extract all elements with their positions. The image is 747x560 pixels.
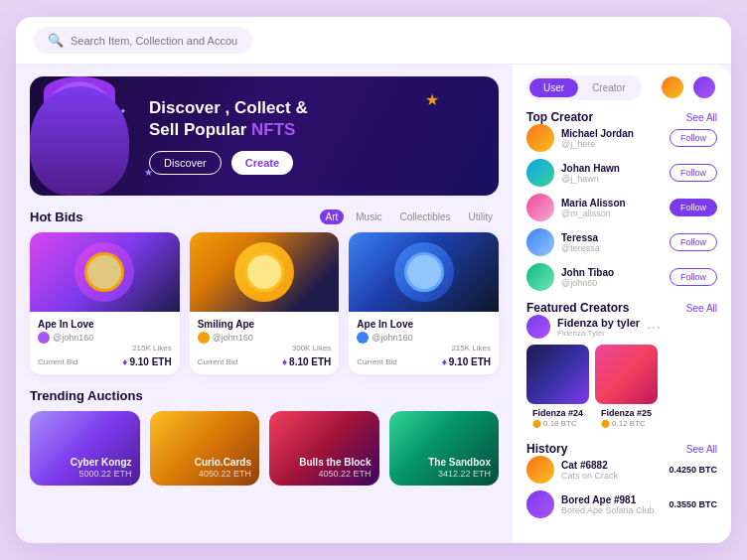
history-item-2: Bored Ape #981 Bored Ape Solana Club 0.3… — [526, 490, 717, 518]
tab-art[interactable]: Art — [320, 210, 345, 224]
nft-card-1[interactable]: Ape In Love @john160 215K Likes Current … — [30, 232, 180, 374]
creator-name-4: Teressa — [561, 232, 663, 243]
nft-card-1-user: @john160 — [38, 332, 172, 344]
top-creator-section: Top Creator See All Michael Jordan @j_he… — [526, 110, 717, 291]
creator-info-3: Maria Alisson @m_alisson — [561, 198, 663, 218]
search-bar[interactable]: 🔍 — [34, 27, 252, 54]
trending-card-3-title: Bulls the Block — [299, 457, 371, 469]
star-icon-2: ★ — [144, 167, 153, 178]
history-sub-2: Bored Ape Solana Club — [561, 505, 662, 515]
follow-btn-2[interactable]: Follow — [670, 164, 717, 182]
history-avatar-2 — [526, 490, 554, 518]
trending-card-2-price: 4050.22 ETH — [199, 469, 251, 479]
creator-item-1: Michael Jordan @j_here Follow — [526, 124, 717, 152]
trending-card-1-bg: Cyber Kongz 5000.22 ETH — [30, 411, 140, 486]
creator-name-5: John Tibao — [561, 267, 663, 278]
history-info-1: Cat #6882 Cats on Crack — [561, 460, 662, 481]
trending-card-3-price: 4050.22 ETH — [318, 469, 371, 479]
hero-ape-image — [30, 76, 139, 196]
main-content: ★ ★ ✦ Discover , Collect & Sell Popular … — [16, 65, 731, 543]
tab-music[interactable]: Music — [350, 210, 387, 224]
star-icon-1: ★ — [425, 90, 439, 109]
creator-info-1: Michael Jordan @j_here — [561, 128, 663, 149]
trending-card-1-price: 5000.22 ETH — [78, 469, 131, 479]
tab-collectibles[interactable]: Collectibles — [393, 210, 456, 224]
creator-handle-1: @j_here — [561, 139, 663, 149]
trending-card-2-title: Curio.Cards — [195, 457, 251, 469]
history-avatar-1 — [526, 456, 554, 484]
nft-card-2-name: Smiling Ape — [198, 319, 332, 330]
tab-utility[interactable]: Utility — [463, 210, 499, 224]
nft-card-2-bid: Current Bid ♦ 8.10 ETH — [198, 356, 332, 367]
creator-handle-2: @j_hawn — [561, 174, 663, 184]
hero-banner: ★ ★ ✦ Discover , Collect & Sell Popular … — [30, 76, 499, 196]
tab-creator[interactable]: Creator — [578, 78, 639, 97]
nft-card-3-name: Ape In Love — [357, 319, 491, 330]
creator-handle-5: @john60 — [561, 278, 663, 288]
nft-card-2-info: Smiling Ape @john160 300K Likes Current … — [190, 312, 340, 374]
follow-btn-3[interactable]: Follow — [670, 199, 717, 216]
discover-button[interactable]: Discover — [149, 151, 222, 175]
nft-card-3-user: @john160 — [357, 332, 491, 344]
nft-card-3-info: Ape In Love @john160 215K Likes Current … — [349, 312, 499, 374]
trending-card-1[interactable]: Cyber Kongz 5000.22 ETH — [30, 411, 140, 486]
featured-card-2[interactable]: Fidenza #25 ⬤ 0.12 BTC — [595, 345, 658, 432]
creator-item-2: Johan Hawn @j_hawn Follow — [526, 159, 717, 187]
header: 🔍 — [16, 17, 731, 65]
trending-card-3[interactable]: Bulls the Block 4050.22 ETH — [269, 411, 379, 486]
top-creator-title: Top Creator — [526, 110, 593, 124]
creator-info-2: Johan Hawn @j_hawn — [561, 163, 663, 184]
follow-btn-1[interactable]: Follow — [670, 129, 717, 147]
follow-btn-4[interactable]: Follow — [670, 233, 717, 251]
history-name-2: Bored Ape #981 — [561, 494, 662, 505]
user-creator-tabs: User Creator — [526, 75, 642, 100]
nft-card-1-image — [30, 232, 180, 312]
nft-card-3[interactable]: Ape In Love @john160 215K Likes Current … — [349, 232, 499, 374]
history-price-2: 0.3550 BTC — [669, 499, 717, 509]
tab-user[interactable]: User — [529, 78, 578, 97]
trending-card-2[interactable]: Curio.Cards 4050.22 ETH — [150, 411, 260, 486]
creator-item-4: Teressa @teressa Follow — [526, 228, 717, 256]
right-top-row: User Creator — [526, 74, 717, 100]
featured-header: Featured Creators See All — [526, 301, 717, 315]
nft-card-2[interactable]: Smiling Ape @john160 300K Likes Current … — [190, 232, 340, 374]
featured-creators-section: Featured Creators See All Fidenza by tyl… — [526, 301, 717, 432]
nft-card-3-image — [349, 232, 499, 312]
nft-card-3-bid: Current Bid ♦ 9.10 ETH — [357, 356, 491, 367]
featured-card-1-image — [526, 345, 589, 404]
top-creator-see-all[interactable]: See All — [686, 112, 717, 123]
history-section: History See All Cat #6882 Cats on Crack … — [526, 442, 717, 525]
trending-card-2-bg: Curio.Cards 4050.22 ETH — [150, 411, 260, 486]
trending-card-4-bg: The Sandbox 3412.22 ETH — [389, 411, 500, 486]
creator-name-2: Johan Hawn — [561, 163, 663, 174]
avatar-1 — [660, 74, 685, 100]
avatar-2 — [691, 74, 717, 100]
nft-card-2-user: @john160 — [198, 332, 332, 344]
featured-card-1-info: Fidenza #24 ⬤ 0.18 BTC — [526, 404, 589, 432]
creator-handle-3: @m_alisson — [561, 209, 663, 218]
creator-list: Michael Jordan @j_here Follow Johan Hawn… — [526, 124, 717, 291]
hero-actions: Discover Create — [149, 151, 477, 175]
trending-card-4-title: The Sandbox — [428, 457, 491, 469]
trending-title: Trending Auctions — [30, 388, 143, 403]
featured-card-1[interactable]: Fidenza #24 ⬤ 0.18 BTC — [526, 345, 589, 432]
nft-card-1-info: Ape In Love @john160 215K Likes Current … — [30, 312, 180, 374]
nft-card-2-image — [190, 232, 340, 312]
creator-avatar-1 — [526, 124, 554, 152]
more-button[interactable]: ··· — [647, 319, 662, 335]
create-button[interactable]: Create — [231, 151, 293, 175]
history-title: History — [526, 442, 567, 456]
creator-avatar-2 — [526, 159, 554, 187]
avatars-row — [660, 74, 717, 100]
featured-see-all[interactable]: See All — [686, 303, 717, 314]
creator-avatar-4 — [526, 228, 554, 256]
creator-name-1: Michael Jordan — [561, 128, 663, 139]
search-input[interactable] — [71, 35, 238, 47]
history-item-1: Cat #6882 Cats on Crack 0.4250 BTC — [526, 456, 717, 484]
hot-bids-section-header: Hot Bids Art Music Collectibles Utility — [30, 210, 499, 224]
trending-card-4[interactable]: The Sandbox 3412.22 ETH — [389, 411, 500, 486]
trending-card-4-price: 3412.22 ETH — [438, 469, 491, 479]
history-see-all[interactable]: See All — [686, 444, 717, 455]
follow-btn-5[interactable]: Follow — [670, 268, 717, 286]
featured-card-1-price: ⬤ 0.18 BTC — [532, 419, 583, 428]
